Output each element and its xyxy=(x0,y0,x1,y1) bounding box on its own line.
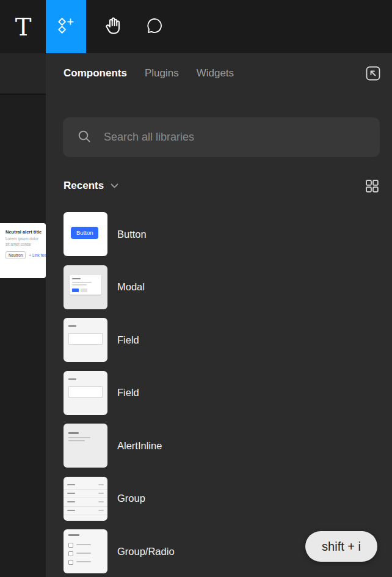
component-item-field[interactable]: Field xyxy=(64,371,384,415)
component-label: Field xyxy=(117,387,139,399)
search-input[interactable] xyxy=(103,130,380,144)
preview-line xyxy=(76,561,91,562)
toolbar: T xyxy=(0,0,392,53)
hand-icon xyxy=(104,17,122,37)
preview-line xyxy=(72,284,87,285)
tab-widgets[interactable]: Widgets xyxy=(197,67,234,79)
preview-button: Button xyxy=(71,227,98,239)
preview-line xyxy=(68,437,90,438)
alert-link-label: Link text xyxy=(32,253,46,257)
preview-line xyxy=(68,440,85,441)
preview-line xyxy=(67,493,75,494)
preview-line xyxy=(68,378,76,380)
preview-row xyxy=(64,480,107,490)
preview-row xyxy=(64,489,107,498)
component-item-modal[interactable]: Modal xyxy=(64,265,384,309)
alert-title: Neutral alert title xyxy=(5,229,43,235)
preview-line xyxy=(72,278,81,279)
component-label: Field xyxy=(117,334,139,346)
alert-actions: Neutron +Link text xyxy=(5,251,43,259)
preview-line xyxy=(98,501,104,502)
link-icon: + xyxy=(29,253,31,257)
text-tool[interactable]: T xyxy=(3,0,43,53)
component-thumbnail xyxy=(64,529,107,573)
component-thumbnail xyxy=(64,318,107,362)
component-label: Modal xyxy=(117,281,145,293)
grid-view-icon[interactable] xyxy=(364,178,380,194)
text-tool-icon: T xyxy=(15,15,32,39)
layers-panel-edge xyxy=(0,53,46,95)
figma-app: T xyxy=(0,0,392,577)
resources-icon xyxy=(56,16,76,38)
alert-body: Lorem ipsum dolor sit amet conse xyxy=(5,237,43,248)
component-item-group[interactable]: Group xyxy=(64,477,384,521)
preview-line xyxy=(68,432,79,434)
preview-row xyxy=(64,498,107,507)
radio-dot xyxy=(68,543,73,548)
preview-line xyxy=(68,534,79,536)
comment-tool[interactable] xyxy=(134,0,175,53)
hand-tool[interactable] xyxy=(93,0,133,53)
component-label: Group/Radio xyxy=(117,546,175,557)
canvas-area[interactable]: Neutral alert title Lorem ipsum dolor si… xyxy=(0,53,46,577)
preview-line xyxy=(76,544,91,545)
preview-line xyxy=(67,510,75,511)
component-label: Group xyxy=(117,493,145,504)
component-item-field[interactable]: Field xyxy=(64,318,384,362)
preview-line xyxy=(98,484,104,485)
recents-title[interactable]: Recents xyxy=(64,180,104,192)
modal-preview xyxy=(70,275,101,295)
detach-panel-button[interactable] xyxy=(364,65,382,84)
jump-out-icon xyxy=(365,65,382,84)
preview-line xyxy=(98,510,104,511)
search-bar[interactable] xyxy=(63,117,380,157)
component-label: AlertInline xyxy=(117,440,162,452)
preview-input-shape xyxy=(68,333,103,345)
preview-line xyxy=(98,493,104,494)
preview-line xyxy=(72,282,92,283)
alert-link: +Link text xyxy=(29,253,46,257)
component-thumbnail xyxy=(64,424,107,468)
preview-line xyxy=(76,553,91,554)
radio-dot xyxy=(68,551,73,556)
preview-line xyxy=(67,484,75,485)
shortcut-hint: shift + i xyxy=(305,531,377,562)
resources-panel: Components Plugins Widgets Recents xyxy=(46,53,392,577)
search-icon xyxy=(76,128,92,147)
panel-tabs: Components Plugins Widgets xyxy=(64,67,234,79)
preview-input-shape xyxy=(68,386,103,398)
component-label: Button xyxy=(117,229,147,240)
alert-neutral-button: Neutron xyxy=(5,251,26,259)
tab-plugins[interactable]: Plugins xyxy=(145,67,179,79)
component-thumbnail xyxy=(64,371,107,415)
canvas-alert-card: Neutral alert title Lorem ipsum dolor si… xyxy=(0,223,46,278)
component-thumbnail xyxy=(64,477,107,521)
chevron-down-icon[interactable] xyxy=(111,183,118,189)
component-thumbnail xyxy=(64,265,107,309)
component-thumbnail: Button xyxy=(64,212,107,256)
resources-tool[interactable] xyxy=(46,0,86,53)
tab-components[interactable]: Components xyxy=(64,67,127,79)
preview-line xyxy=(68,325,76,327)
preview-button-shape xyxy=(72,288,79,292)
preview-row xyxy=(64,506,107,515)
preview-line xyxy=(67,501,75,502)
component-list: Button Button Modal xyxy=(64,212,384,577)
preview-button-shape xyxy=(81,288,87,292)
component-item-button[interactable]: Button Button xyxy=(64,212,384,256)
comment-icon xyxy=(145,16,164,38)
recents-header: Recents xyxy=(64,177,380,194)
radio-dot xyxy=(68,560,73,565)
component-item-alertinline[interactable]: AlertInline xyxy=(64,424,384,468)
